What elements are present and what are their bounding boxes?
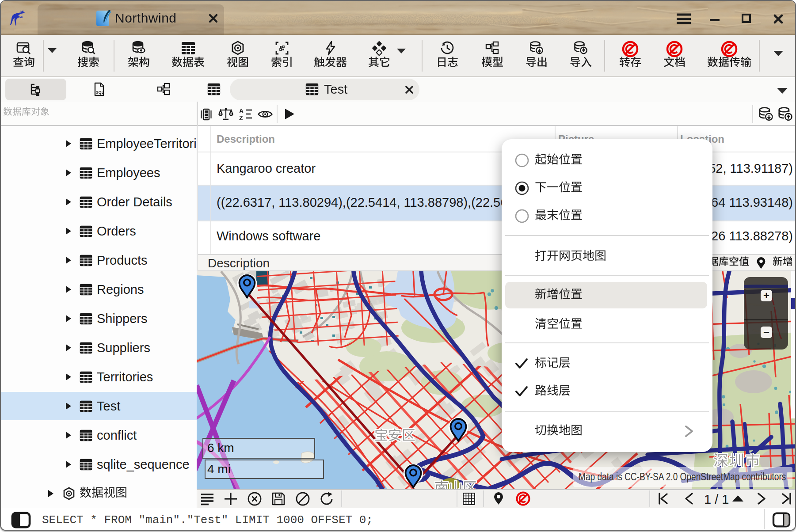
svg-text:SQL: SQL — [96, 90, 104, 95]
svg-text:Z: Z — [239, 114, 243, 122]
svg-text:A: A — [239, 107, 244, 114]
